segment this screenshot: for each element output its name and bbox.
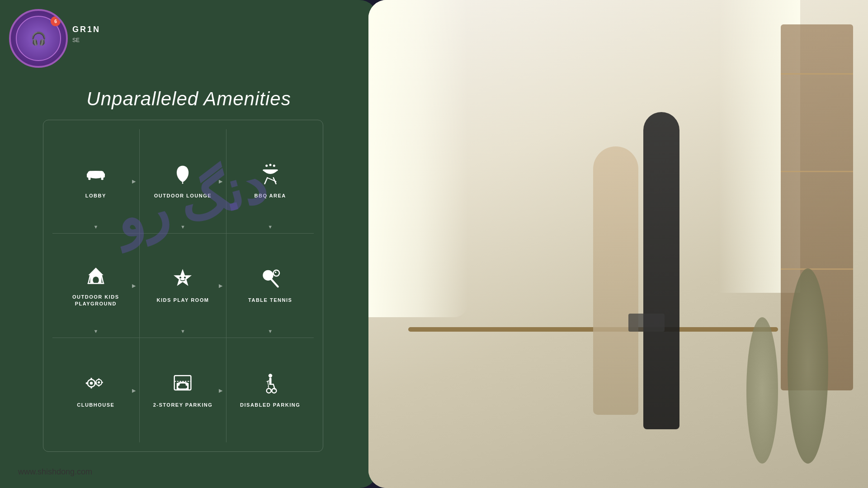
svg-rect-37 xyxy=(98,378,99,380)
svg-point-45 xyxy=(268,374,272,377)
amenity-label-outdoor-kids-playground: OUTDOOR KIDS PLAYGROUND xyxy=(57,294,135,308)
svg-rect-46 xyxy=(269,377,271,384)
amenity-bbq-area: BBQ AREA xyxy=(226,129,314,234)
svg-point-7 xyxy=(265,164,268,167)
svg-point-25 xyxy=(273,270,279,276)
amenity-label-clubhouse: CLUBHOUSE xyxy=(77,402,114,408)
svg-rect-40 xyxy=(101,382,103,383)
svg-rect-10 xyxy=(263,169,278,171)
lobby-icon xyxy=(85,163,107,188)
svg-rect-30 xyxy=(90,386,92,388)
playground-icon xyxy=(85,264,107,289)
amenity-outdoor-lounge: OUTDOOR LOUNGE xyxy=(140,129,227,234)
parking-garage-icon xyxy=(171,372,194,397)
amenities-grid: LOBBY OUTDOOR LOUNGE xyxy=(43,120,323,452)
amenity-kids-play-room: KIDS PLAY ROOM xyxy=(140,234,227,338)
star-icon xyxy=(171,267,194,292)
svg-point-21 xyxy=(179,277,181,279)
amenity-table-tennis: TABLE TENNIS xyxy=(226,234,314,338)
amenity-lobby: LOBBY xyxy=(52,129,140,234)
amenity-label-outdoor-lounge: OUTDOOR LOUNGE xyxy=(154,192,212,199)
amenity-label-2-storey-parking: 2-STOREY PARKING xyxy=(153,402,213,408)
svg-point-8 xyxy=(269,164,271,166)
disabled-icon xyxy=(259,372,282,397)
amenity-label-disabled-parking: DISABLED PARKING xyxy=(240,402,300,408)
gear-icon xyxy=(85,372,107,397)
svg-point-22 xyxy=(184,277,186,279)
left-panel: 🎧 6 GR1N SE Unparalleled Amenities دنگ ر… xyxy=(0,0,377,488)
svg-marker-20 xyxy=(174,269,192,286)
amenity-label-table-tennis: TABLE TENNIS xyxy=(248,297,292,304)
brand-sub: SE xyxy=(72,37,80,43)
svg-rect-39 xyxy=(94,382,96,383)
svg-marker-14 xyxy=(88,267,103,275)
svg-point-26 xyxy=(275,272,276,273)
svg-rect-16 xyxy=(93,277,99,283)
svg-line-24 xyxy=(271,279,278,287)
leaf-icon xyxy=(171,163,194,188)
svg-rect-5 xyxy=(101,177,103,180)
headphones-icon: 🎧 xyxy=(31,31,47,46)
svg-line-18 xyxy=(101,275,103,283)
amenity-outdoor-kids-playground: OUTDOOR KIDS PLAYGROUND xyxy=(52,234,140,338)
brand-name: GR1N xyxy=(72,25,100,34)
bbq-icon xyxy=(259,163,282,188)
logo-circle: 🎧 6 xyxy=(9,9,68,68)
svg-point-48 xyxy=(272,388,276,393)
amenity-label-bbq-area: BBQ AREA xyxy=(255,192,286,199)
amenity-2-storey-parking: 2-STOREY PARKING xyxy=(140,338,227,442)
table-tennis-icon xyxy=(259,267,282,292)
main-heading: Unparalleled Amenities xyxy=(0,88,377,110)
svg-rect-1 xyxy=(87,171,104,177)
amenity-disabled-parking: DISABLED PARKING xyxy=(226,338,314,442)
svg-rect-29 xyxy=(90,378,92,380)
right-panel xyxy=(368,0,868,488)
amenity-label-lobby: LOBBY xyxy=(85,192,106,199)
svg-point-36 xyxy=(98,381,100,384)
svg-point-9 xyxy=(273,164,275,167)
amenity-label-kids-play-room: KIDS PLAY ROOM xyxy=(157,297,209,304)
svg-rect-38 xyxy=(98,385,99,386)
notification-badge: 6 xyxy=(51,16,61,26)
amenity-clubhouse: CLUBHOUSE xyxy=(52,338,140,442)
svg-line-11 xyxy=(264,178,267,184)
svg-point-47 xyxy=(266,388,271,393)
website-url: www.shishdong.com xyxy=(18,467,92,477)
svg-point-28 xyxy=(90,381,93,385)
svg-line-17 xyxy=(88,275,90,283)
room-photo xyxy=(368,0,868,488)
svg-rect-4 xyxy=(88,177,90,180)
svg-rect-43 xyxy=(180,384,186,387)
